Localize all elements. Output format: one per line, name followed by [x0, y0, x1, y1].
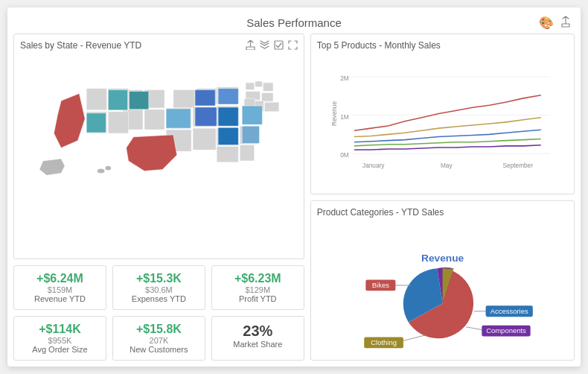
- kpi-market-share: 23% Market Share: [211, 316, 304, 361]
- svg-rect-36: [242, 126, 259, 143]
- line-chart-container: Revenue 0M 1M 2M January May September: [317, 54, 568, 173]
- kpi-revenue-value: +$6.24M: [19, 272, 101, 285]
- share-icon[interactable]: [560, 16, 572, 31]
- kpi-profit-ytd: +$6.23M $129M Profit YTD: [211, 265, 304, 310]
- kpi-revenue-sub: $159M: [19, 285, 101, 294]
- svg-point-41: [98, 169, 105, 174]
- svg-text:Bikes: Bikes: [372, 281, 389, 289]
- kpi-revenue-ytd: +$6.24M $159M Revenue YTD: [13, 265, 106, 310]
- main-content: Sales by State - Revenue YTD: [13, 34, 575, 361]
- kpi-expenses-ytd: +$15.3K $30.6M Expenses YTD: [112, 265, 205, 310]
- kpi-avg-order-sub: $955K: [19, 336, 101, 345]
- svg-text:0M: 0M: [340, 152, 349, 159]
- svg-rect-40: [86, 113, 106, 133]
- palette-icon[interactable]: 🎨: [539, 16, 554, 31]
- svg-rect-10: [173, 90, 195, 108]
- svg-rect-35: [242, 106, 262, 124]
- kpi-expenses-value: +$15.3K: [118, 272, 200, 285]
- svg-text:Accessories: Accessories: [490, 306, 528, 314]
- share-map-icon[interactable]: [246, 40, 255, 52]
- kpi-profit-label: Profit YTD: [217, 294, 299, 303]
- kpi-new-customers-value: +$15.8K: [118, 323, 200, 336]
- svg-rect-34: [218, 107, 238, 126]
- line-chart-svg: Revenue 0M 1M 2M January May September: [317, 54, 568, 173]
- pie-chart-title: Product Categories - YTD Sales: [317, 207, 568, 218]
- map-card: Sales by State - Revenue YTD: [13, 34, 304, 259]
- svg-rect-31: [218, 89, 238, 104]
- kpi-row-1: +$6.24M $159M Revenue YTD +$15.3K $30.6M…: [13, 265, 304, 310]
- kpi-new-customers-sub: 207K: [118, 336, 200, 345]
- svg-rect-5: [261, 93, 273, 102]
- svg-rect-1: [246, 83, 255, 90]
- us-map-svg: [20, 54, 298, 184]
- svg-rect-38: [108, 90, 127, 110]
- svg-rect-7: [264, 102, 278, 112]
- svg-text:Clothing: Clothing: [371, 338, 397, 346]
- kpi-expenses-label: Expenses YTD: [118, 294, 200, 303]
- left-column: Sales by State - Revenue YTD: [13, 34, 304, 361]
- layers-icon[interactable]: [260, 40, 269, 52]
- svg-text:2M: 2M: [340, 75, 349, 82]
- svg-rect-32: [166, 109, 191, 128]
- kpi-row-2: +$114K $955K Avg Order Size +$15.8K 207K…: [13, 316, 304, 361]
- svg-text:September: September: [502, 162, 533, 169]
- kpi-market-share-value: 23%: [217, 323, 299, 340]
- map-container: [20, 54, 298, 184]
- svg-rect-37: [218, 127, 238, 145]
- kpi-profit-sub: $129M: [217, 285, 299, 294]
- svg-text:Components: Components: [486, 326, 526, 335]
- svg-text:May: May: [441, 162, 453, 169]
- svg-rect-3: [263, 83, 273, 92]
- pie-chart-card: Product Categories - YTD Sales Revenue: [310, 200, 575, 361]
- kpi-avg-order: +$114K $955K Avg Order Size: [13, 316, 106, 361]
- kpi-revenue-label: Revenue YTD: [19, 294, 101, 303]
- line-chart-card: Top 5 Products - Monthly Sales Revenue 0…: [310, 34, 575, 194]
- pie-container: Revenue: [317, 221, 568, 351]
- kpi-new-customers-label: New Customers: [118, 345, 200, 354]
- kpi-market-share-label: Market Share: [217, 340, 299, 349]
- svg-rect-26: [217, 146, 238, 162]
- pie-chart-svg: Revenue: [317, 221, 568, 351]
- svg-text:Revenue: Revenue: [421, 253, 464, 264]
- svg-rect-2: [255, 81, 263, 87]
- svg-rect-0: [275, 41, 283, 49]
- svg-rect-29: [193, 128, 216, 150]
- svg-rect-23: [108, 112, 128, 133]
- svg-rect-20: [86, 89, 106, 110]
- dashboard-title: Sales Performance: [246, 16, 342, 29]
- fullscreen-icon[interactable]: [288, 40, 298, 52]
- svg-rect-27: [240, 145, 254, 161]
- svg-text:January: January: [362, 162, 385, 169]
- kpi-new-customers: +$15.8K 207K New Customers: [112, 316, 205, 361]
- header-icons: 🎨: [539, 16, 572, 31]
- dashboard-header: Sales Performance 🎨: [13, 13, 575, 34]
- svg-text:Revenue: Revenue: [331, 101, 338, 126]
- svg-rect-30: [195, 90, 215, 106]
- svg-text:1M: 1M: [340, 114, 349, 121]
- kpi-profit-value: +$6.23M: [217, 272, 299, 285]
- map-card-icons: [246, 40, 298, 52]
- line-chart-title: Top 5 Products - Monthly Sales: [317, 40, 568, 51]
- kpi-avg-order-label: Avg Order Size: [19, 345, 101, 354]
- checkbox-icon[interactable]: [274, 40, 284, 52]
- svg-point-42: [105, 166, 111, 171]
- kpi-expenses-sub: $30.6M: [118, 285, 200, 294]
- svg-rect-19: [144, 110, 164, 130]
- dashboard: Sales Performance 🎨 Sales by State - Rev…: [7, 7, 581, 367]
- right-column: Top 5 Products - Monthly Sales Revenue 0…: [310, 34, 575, 361]
- kpi-avg-order-value: +$114K: [19, 323, 101, 336]
- svg-rect-33: [195, 107, 217, 126]
- svg-rect-39: [130, 92, 149, 110]
